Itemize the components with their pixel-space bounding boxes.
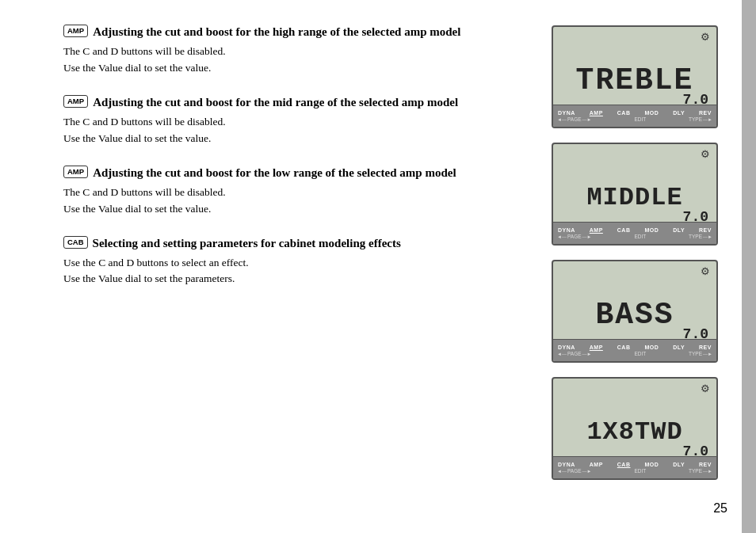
section-cab-heading: CAB Selecting and setting parameters for… <box>63 235 528 252</box>
gear-icon-treble: ⚙ <box>701 31 710 44</box>
lcd-middle-text: MIDDLE <box>586 185 682 211</box>
lcd-treble-labels: DYNA AMP CAB MOD DLY REV <box>556 110 713 116</box>
arrow-right-type: —► <box>703 117 712 122</box>
arrow-right-page2: —► <box>582 234 592 239</box>
section-bass-body: The C and D buttons will be disabled. Us… <box>63 185 528 218</box>
lcd-bass-bar: DYNA AMP CAB MOD DLY REV ◄— PAGE —► <box>553 339 716 361</box>
arrow-right-type4: —► <box>703 469 712 474</box>
page-number: 25 <box>713 501 727 516</box>
page-container: AMP Adjusting the cut and boost for the … <box>0 0 756 533</box>
section-bass-line1: The C and D buttons will be disabled. <box>63 185 528 201</box>
label-cab-active4: CAB <box>617 462 631 467</box>
arrow-right-page: —► <box>582 117 592 122</box>
nav-page4: ◄— PAGE —► <box>557 468 592 474</box>
lcd-bass-nav: ◄— PAGE —► EDIT TYPE —► <box>556 351 713 356</box>
nav-page: ◄— PAGE —► <box>557 116 592 122</box>
label-dyna4: DYNA <box>558 462 575 467</box>
nav-type2: TYPE —► <box>689 234 712 239</box>
label-mod: MOD <box>644 110 659 116</box>
label-cab: CAB <box>617 110 631 116</box>
label-dyna3: DYNA <box>558 345 575 350</box>
nav-page-label: PAGE <box>567 116 582 122</box>
label-mod4: MOD <box>644 462 659 467</box>
nav-type-label3: TYPE <box>689 351 702 356</box>
nav-type: TYPE —► <box>689 116 712 122</box>
gear-icon-bass: ⚙ <box>701 265 710 278</box>
badge-amp-middle: AMP <box>63 95 88 108</box>
label-dly3: DLY <box>673 345 685 350</box>
section-cab-line1: Use the C and D buttons to select an eff… <box>63 255 528 272</box>
label-rev2: REV <box>699 227 712 233</box>
nav-type3: TYPE —► <box>689 351 712 356</box>
lcd-bass: ⚙ BASS 7.0 DYNA AMP CAB MOD DLY REV ◄— <box>552 260 718 363</box>
lcd-treble: ⚙ TREBLE 7.0 DYNA AMP CAB MOD DLY REV ◄— <box>552 25 718 128</box>
display-column: ⚙ TREBLE 7.0 DYNA AMP CAB MOD DLY REV ◄— <box>552 24 726 509</box>
arrow-left-page3: ◄— <box>557 352 567 356</box>
nav-edit-label: EDIT <box>634 116 646 122</box>
section-middle: AMP Adjusting the cut and boost for the … <box>63 94 528 147</box>
section-cab: CAB Selecting and setting parameters for… <box>63 235 528 288</box>
lcd-middle: ⚙ MIDDLE 7.0 DYNA AMP CAB MOD DLY REV ◄— <box>552 143 718 246</box>
label-dly: DLY <box>673 110 685 116</box>
nav-edit: EDIT <box>634 116 646 122</box>
section-treble-line1: The C and D buttons will be disabled. <box>63 44 528 60</box>
nav-page2: ◄— PAGE —► <box>557 234 592 239</box>
lcd-cab: ⚙ 1X8TWD 7.0 DYNA AMP CAB MOD DLY REV ◄— <box>552 377 718 480</box>
label-cab2: CAB <box>617 227 631 233</box>
nav-page3: ◄— PAGE —► <box>557 351 592 356</box>
label-amp-active3: AMP <box>590 345 603 350</box>
lcd-treble-bar: DYNA AMP CAB MOD DLY REV ◄— PAGE —► <box>553 105 716 127</box>
label-dyna: DYNA <box>558 110 575 116</box>
label-dly4: DLY <box>673 462 685 467</box>
nav-edit4: EDIT <box>634 468 646 474</box>
nav-type-label: TYPE <box>689 116 702 122</box>
label-dyna2: DYNA <box>558 227 575 233</box>
lcd-treble-text: TREBLE <box>576 66 694 96</box>
nav-edit3: EDIT <box>634 351 646 356</box>
nav-page-label4: PAGE <box>567 468 582 474</box>
nav-type-label2: TYPE <box>689 234 702 239</box>
lcd-middle-labels: DYNA AMP CAB MOD DLY REV <box>556 227 713 233</box>
section-middle-line2: Use the Value dial to set the value. <box>63 131 528 147</box>
label-rev3: REV <box>699 345 712 350</box>
section-middle-line1: The C and D buttons will be disabled. <box>63 114 528 131</box>
label-cab3: CAB <box>617 345 631 350</box>
label-amp-active: AMP <box>590 110 603 116</box>
section-middle-heading: AMP Adjusting the cut and boost for the … <box>63 94 528 111</box>
lcd-cab-bar: DYNA AMP CAB MOD DLY REV ◄— PAGE —► <box>553 456 716 478</box>
arrow-left-page: ◄— <box>557 117 567 122</box>
lcd-bass-labels: DYNA AMP CAB MOD DLY REV <box>556 345 713 350</box>
nav-edit2: EDIT <box>634 234 646 239</box>
arrow-right-page4: —► <box>582 469 592 474</box>
nav-page-label2: PAGE <box>567 234 582 239</box>
section-bass: AMP Adjusting the cut and boost for the … <box>63 165 528 218</box>
label-amp4: AMP <box>590 462 603 467</box>
arrow-left-page4: ◄— <box>557 469 567 474</box>
label-rev: REV <box>699 110 712 116</box>
label-mod2: MOD <box>644 227 659 233</box>
arrow-left-page2: ◄— <box>557 234 567 239</box>
section-middle-title: Adjusting the cut and boost for the mid … <box>93 94 458 111</box>
section-cab-body: Use the C and D buttons to select an eff… <box>63 255 528 288</box>
lcd-cab-text: 1X8TWD <box>586 420 682 445</box>
section-treble: AMP Adjusting the cut and boost for the … <box>63 24 528 77</box>
section-treble-heading: AMP Adjusting the cut and boost for the … <box>63 24 528 40</box>
section-treble-line2: Use the Value dial to set the value. <box>63 60 528 77</box>
nav-edit-label3: EDIT <box>634 351 646 356</box>
lcd-bass-text: BASS <box>595 300 674 330</box>
arrow-right-page3: —► <box>582 352 592 356</box>
nav-edit-label2: EDIT <box>634 234 646 239</box>
label-amp-active2: AMP <box>590 227 603 233</box>
section-middle-body: The C and D buttons will be disabled. Us… <box>63 114 528 147</box>
label-rev4: REV <box>699 462 712 467</box>
section-bass-line2: Use the Value dial to set the value. <box>63 201 528 218</box>
section-treble-body: The C and D buttons will be disabled. Us… <box>63 44 528 77</box>
lcd-cab-labels: DYNA AMP CAB MOD DLY REV <box>556 462 713 467</box>
content-area: AMP Adjusting the cut and boost for the … <box>0 0 742 533</box>
arrow-right-type2: —► <box>703 234 712 239</box>
scrollbar[interactable] <box>742 0 756 533</box>
lcd-middle-bar: DYNA AMP CAB MOD DLY REV ◄— PAGE —► <box>553 222 716 244</box>
lcd-treble-nav: ◄— PAGE —► EDIT TYPE —► <box>556 116 713 122</box>
text-column: AMP Adjusting the cut and boost for the … <box>63 24 552 509</box>
section-bass-title: Adjusting the cut and boost for the low … <box>93 165 456 181</box>
